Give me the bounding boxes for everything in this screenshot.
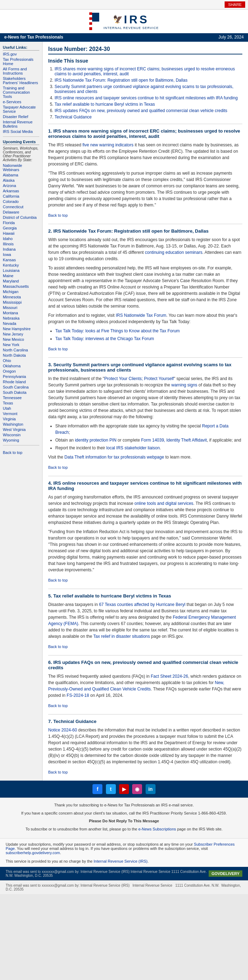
- facebook-icon[interactable]: f: [93, 784, 102, 794]
- state-link-ne[interactable]: Nebraska: [3, 316, 39, 320]
- state-link-hi[interactable]: Hawaii: [3, 231, 39, 235]
- state-link-nm[interactable]: New Mexico: [3, 337, 39, 342]
- state-link-vt[interactable]: Vermont: [3, 412, 39, 416]
- state-link-ky[interactable]: Kentucky: [3, 263, 39, 267]
- youtube-icon[interactable]: ▶: [119, 784, 129, 794]
- state-link-tn[interactable]: Tennessee: [3, 396, 39, 400]
- state-link-va[interactable]: Virginia: [3, 417, 39, 421]
- state-link-de[interactable]: Delaware: [3, 210, 39, 214]
- state-link-ks[interactable]: Kansas: [3, 258, 39, 262]
- state-link-ga[interactable]: Georgia: [3, 226, 39, 230]
- state-link-ma[interactable]: Massachusetts: [3, 284, 39, 288]
- state-link-co[interactable]: Colorado: [3, 199, 39, 204]
- sidebar-link-stakeholders[interactable]: Stakeholders Partners' Headliners: [3, 76, 39, 85]
- state-link-wi[interactable]: Wisconsin: [3, 433, 39, 437]
- state-link-mi[interactable]: Michigan: [3, 290, 39, 294]
- state-link-ms[interactable]: Mississippi: [3, 300, 39, 304]
- sidebar-link-forms[interactable]: All Forms and Instructions: [3, 67, 39, 75]
- tax-forum-link[interactable]: IRS Nationwide Tax Forum: [116, 313, 166, 318]
- back-to-top-3[interactable]: Back to top: [48, 465, 68, 469]
- state-link-fl[interactable]: Florida: [3, 221, 39, 225]
- linkedin-icon[interactable]: in: [146, 784, 155, 794]
- state-link-dc[interactable]: District of Columbia: [3, 215, 39, 220]
- toc-link-4[interactable]: IRS online resources and taxpayer servic…: [54, 95, 238, 100]
- toc-link-2[interactable]: IRS Nationwide Tax Forum: Registration s…: [54, 78, 187, 83]
- sidebar-link-social[interactable]: IRS Social Media: [3, 129, 39, 134]
- state-link-la[interactable]: Louisiana: [3, 268, 39, 272]
- sidebar-link-tax-pro[interactable]: Tax Professionals Home: [3, 57, 39, 66]
- state-link-me[interactable]: Maine: [3, 274, 39, 278]
- state-link-or[interactable]: Oregon: [3, 369, 39, 373]
- stakeholder-liaison-link[interactable]: local IRS stakeholder liaison: [106, 445, 160, 450]
- govdelivery-help-link[interactable]: subscriberhelp.govdelivery.com: [6, 851, 60, 855]
- state-link-tx[interactable]: Texas: [3, 401, 39, 405]
- irs-link-footer[interactable]: Internal Revenue Service (IRS): [94, 859, 147, 863]
- state-link-mn[interactable]: Minnesota: [3, 295, 39, 299]
- report-breach-link[interactable]: Report a Data Breach: [55, 423, 229, 435]
- sidebar-link-irb[interactable]: Internal Revenue Bulletins: [3, 120, 39, 128]
- subscriber-prefs-link[interactable]: Subscriber Preferences Page: [6, 842, 235, 851]
- state-link-il[interactable]: Illinois: [3, 242, 39, 246]
- state-link-al[interactable]: Alabama: [3, 173, 39, 177]
- fema-link[interactable]: Federal Emergency Management Agency (FEM…: [48, 615, 236, 626]
- back-to-top-6[interactable]: Back to top: [48, 703, 68, 708]
- state-link-nationwide[interactable]: Nationwide Webinars: [3, 163, 39, 172]
- state-link-id[interactable]: Idaho: [3, 237, 39, 241]
- state-link-nj[interactable]: New Jersey: [3, 332, 39, 336]
- instagram-icon[interactable]: ◉: [132, 784, 142, 794]
- data-theft-link[interactable]: Data Theft information for tax professio…: [64, 455, 164, 460]
- state-link-oh[interactable]: Ohio: [3, 358, 39, 363]
- state-link-ca[interactable]: California: [3, 194, 39, 198]
- state-link-az[interactable]: Arizona: [3, 183, 39, 188]
- state-link-ar[interactable]: Arkansas: [3, 189, 39, 193]
- tax-talk-link-2[interactable]: Tax Talk Today: interviews at the Chicag…: [55, 336, 154, 341]
- back-to-top-7[interactable]: Back to top: [48, 770, 68, 774]
- state-link-ri[interactable]: Rhode Island: [3, 380, 39, 384]
- state-link-mo[interactable]: Missouri: [3, 305, 39, 310]
- state-link-ak[interactable]: Alaska: [3, 178, 39, 183]
- sidebar-link-disaster[interactable]: Disaster Relief: [3, 115, 39, 119]
- state-link-sc[interactable]: South Carolina: [3, 385, 39, 389]
- toc-link-5[interactable]: Tax relief available to hurricane Beryl …: [54, 102, 155, 107]
- idp-link[interactable]: identity protection PIN: [75, 438, 116, 442]
- ce-seminars-link[interactable]: continuing education seminars: [145, 250, 202, 255]
- fact-sheet-link[interactable]: Fact Sheet 2024-26: [150, 674, 188, 679]
- state-link-in[interactable]: Indiana: [3, 247, 39, 251]
- warning-signs-link[interactable]: warning signs: [171, 382, 197, 388]
- protect-clients-link[interactable]: Protect Your Clients; Protect Yourself: [104, 376, 174, 381]
- state-link-sd[interactable]: South Dakota: [3, 390, 39, 395]
- toc-link-1[interactable]: IRS shares more warning signs of incorre…: [54, 67, 235, 76]
- state-link-nv[interactable]: Nevada: [3, 321, 39, 326]
- back-to-top-5[interactable]: Back to top: [48, 644, 68, 649]
- tax-relief-link[interactable]: Tax relief in disaster situations: [93, 634, 150, 639]
- form14039-link[interactable]: Form 14039, Identity Theft Affidavit: [141, 438, 207, 442]
- enews-subscriptions-link[interactable]: e-News Subscriptions: [138, 827, 176, 831]
- state-link-nd[interactable]: North Dakota: [3, 353, 39, 358]
- erc-warning-link[interactable]: five new warning indicators: [83, 143, 134, 148]
- state-link-nh[interactable]: New Hampshire: [3, 327, 39, 331]
- state-link-mt[interactable]: Montana: [3, 311, 39, 315]
- toc-link-7[interactable]: Technical Guidance: [54, 115, 92, 119]
- tax-talk-link-1[interactable]: Tax Talk Today: looks at Five Things to …: [55, 328, 180, 333]
- back-to-top-2[interactable]: Back to top: [48, 347, 68, 351]
- toc-link-6[interactable]: IRS updates FAQs on new, previously owne…: [54, 108, 227, 113]
- sidebar-back-to-top[interactable]: Back to top: [3, 450, 22, 455]
- sidebar-link-training[interactable]: Training and Communication Tools: [3, 86, 39, 99]
- sidebar-link-eservices[interactable]: e-Services: [3, 100, 39, 104]
- notice-2024-60-link[interactable]: Notice 2024-60: [48, 727, 77, 732]
- state-link-ct[interactable]: Connecticut: [3, 205, 39, 209]
- state-link-ny[interactable]: New York: [3, 342, 39, 347]
- back-to-top-1[interactable]: Back to top: [48, 213, 68, 218]
- state-link-wa[interactable]: Washington: [3, 422, 39, 426]
- share-button[interactable]: SHARE: [225, 2, 245, 8]
- state-link-ok[interactable]: Oklahoma: [3, 364, 39, 368]
- online-tools-link[interactable]: online tools and digital services: [134, 501, 193, 506]
- state-link-nc[interactable]: North Carolina: [3, 348, 39, 352]
- twitter-icon[interactable]: t: [106, 784, 116, 794]
- state-link-ut[interactable]: Utah: [3, 406, 39, 410]
- texas-counties-link[interactable]: 67 Texas counties affected by Hurricane …: [99, 602, 185, 607]
- sidebar-link-irs-gov[interactable]: IRS.gov: [3, 52, 39, 56]
- state-link-ia[interactable]: Iowa: [3, 253, 39, 257]
- state-link-wv[interactable]: West Virginia: [3, 428, 39, 432]
- sidebar-link-taxpayer-advocate[interactable]: Taxpayer Advocate Service: [3, 105, 39, 113]
